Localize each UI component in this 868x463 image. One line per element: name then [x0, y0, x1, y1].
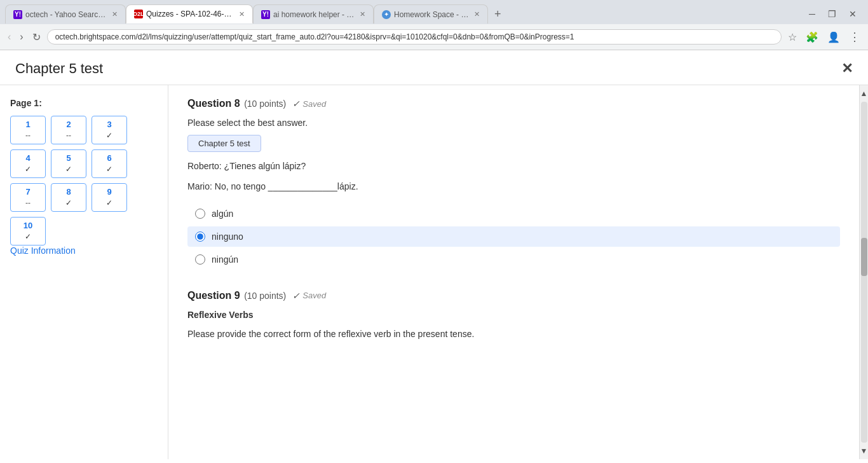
reload-button[interactable]: ↻ [30, 30, 43, 45]
tab-1-favicon: Y! [13, 10, 22, 19]
question-8-label-ningun: ningún [212, 254, 238, 265]
tab-3-favicon: Y! [261, 10, 270, 19]
tab-4[interactable]: ✦ Homework Space - StudyX ✕ [374, 4, 488, 24]
question-8-radio-ningun[interactable] [195, 254, 205, 265]
question-nav-1-status: -- [15, 130, 41, 141]
question-8-radio-algun[interactable] [195, 209, 205, 219]
question-nav-10[interactable]: 10 ✓ [10, 217, 46, 245]
browser-chrome: Y! octech - Yahoo Search Results ✕ D2L Q… [0, 0, 868, 50]
question-9-points: (10 points) [244, 291, 286, 301]
address-bar-row: ‹ › ↻ ☆ 🧩 👤 ⋮ [0, 24, 868, 50]
tab-2[interactable]: D2L Quizzes - SPA-102-46-2024FA2 ✕ [126, 4, 253, 24]
question-nav-8-number: 8 [55, 186, 82, 198]
maximize-button[interactable]: ❐ [824, 8, 840, 20]
question-nav-8-status: ✓ [55, 198, 82, 209]
question-8-header: Question 8 (10 points) ✓ Saved [187, 98, 840, 109]
quiz-header: Chapter 5 test ✕ [0, 50, 868, 85]
question-8-title: Question 8 (10 points) [187, 98, 286, 109]
new-tab-button[interactable]: + [491, 8, 505, 21]
close-window-button[interactable]: ✕ [845, 8, 860, 20]
question-nav-3-number: 3 [96, 119, 123, 130]
question-9-instruction: Reflexive Verbs [187, 308, 840, 322]
tab-1-close[interactable]: ✕ [112, 10, 118, 18]
window-controls: ─ ❐ ✕ [805, 8, 863, 20]
question-nav-8[interactable]: 8 ✓ [51, 183, 86, 212]
question-9-header: Question 9 (10 points) ✓ Saved [187, 290, 840, 301]
tab-2-label: Quizzes - SPA-102-46-2024FA2 [146, 10, 235, 18]
page-content: Chapter 5 test ✕ Page 1: 1 -- 2 -- 3 [0, 50, 868, 463]
question-8-dialog-2: Mario: No, no tengo ______________lápiz. [187, 179, 840, 195]
question-8-radio-ninguno[interactable] [195, 232, 205, 242]
quiz-body: Page 1: 1 -- 2 -- 3 ✓ 4 [0, 85, 868, 459]
question-nav-2[interactable]: 2 -- [51, 116, 86, 144]
question-9-saved-label: Saved [302, 291, 326, 300]
bookmark-icon[interactable]: ☆ [785, 30, 799, 45]
question-9-saved-check-icon: ✓ [292, 291, 300, 301]
scroll-up-arrow[interactable]: ▲ [859, 88, 868, 99]
question-9-title: Question 9 (10 points) [187, 290, 286, 301]
question-nav-7[interactable]: 7 -- [10, 183, 46, 212]
question-nav-1-number: 1 [15, 119, 41, 130]
question-nav-4-number: 4 [15, 153, 41, 164]
question-nav-6[interactable]: 6 ✓ [92, 149, 127, 178]
sidebar: Page 1: 1 -- 2 -- 3 ✓ 4 [0, 85, 168, 459]
question-8-option-ninguno[interactable]: ninguno [187, 226, 840, 247]
tab-2-close[interactable]: ✕ [239, 10, 245, 18]
question-8-block: Question 8 (10 points) ✓ Saved Please se… [187, 98, 840, 270]
menu-icon[interactable]: ⋮ [846, 29, 863, 45]
quiz-information-link[interactable]: Quiz Information [10, 245, 76, 256]
tab-4-label: Homework Space - StudyX [394, 10, 470, 19]
question-nav-9[interactable]: 9 ✓ [92, 183, 127, 212]
back-button[interactable]: ‹ [5, 30, 13, 44]
question-nav-5-number: 5 [55, 153, 82, 164]
question-nav-4-status: ✓ [15, 164, 41, 175]
scroll-indicator: ▲ ▼ [859, 85, 868, 459]
question-nav-2-status: -- [55, 130, 82, 141]
tooltip-overlay: Chapter 5 test [187, 135, 261, 152]
question-8-label-algun: algún [212, 209, 233, 219]
address-input[interactable] [47, 29, 782, 45]
tab-3-close[interactable]: ✕ [360, 10, 365, 18]
question-9-block: Question 9 (10 points) ✓ Saved Reflexive… [187, 290, 840, 342]
question-8-instruction: Please select the best answer. [187, 116, 840, 130]
tab-4-close[interactable]: ✕ [474, 10, 480, 18]
tab-1-label: octech - Yahoo Search Results [25, 10, 108, 19]
question-8-option-ningun[interactable]: ningún [187, 249, 840, 270]
question-nav-5[interactable]: 5 ✓ [51, 149, 86, 178]
question-8-saved-indicator: ✓ Saved [292, 99, 326, 109]
tab-3[interactable]: Y! ai homework helper - Yahoo Se... ✕ [253, 4, 374, 24]
tab-4-favicon: ✦ [382, 10, 391, 19]
question-grid: 1 -- 2 -- 3 ✓ 4 ✓ [10, 116, 158, 245]
question-nav-6-status: ✓ [96, 164, 123, 175]
profile-icon[interactable]: 👤 [825, 30, 843, 45]
extensions-icon[interactable]: 🧩 [803, 30, 821, 45]
question-nav-3[interactable]: 3 ✓ [92, 116, 127, 144]
tab-2-favicon: D2L [134, 10, 143, 18]
scroll-track [861, 102, 867, 443]
quiz-title: Chapter 5 test [15, 60, 103, 77]
question-8-points: (10 points) [244, 99, 286, 109]
question-8-option-algun[interactable]: algún [187, 204, 840, 224]
question-8-options: algún ninguno ningún [187, 204, 840, 270]
tab-1[interactable]: Y! octech - Yahoo Search Results ✕ [5, 4, 126, 24]
question-nav-7-number: 7 [15, 186, 41, 198]
question-nav-2-number: 2 [55, 119, 82, 130]
question-nav-9-number: 9 [96, 186, 123, 198]
question-9-subtext: Please provide the correct form of the r… [187, 327, 840, 341]
scroll-thumb [861, 238, 867, 276]
page-label: Page 1: [10, 98, 158, 108]
scroll-down-arrow[interactable]: ▼ [859, 445, 868, 457]
question-8-label-ninguno: ninguno [212, 232, 243, 242]
forward-button[interactable]: › [17, 30, 25, 44]
question-nav-6-number: 6 [96, 153, 123, 164]
question-8-dialog-1: Roberto: ¿Tienes algún lápiz? [187, 158, 840, 174]
question-nav-5-status: ✓ [55, 164, 82, 175]
question-nav-3-status: ✓ [96, 130, 123, 141]
minimize-button[interactable]: ─ [805, 8, 819, 20]
saved-check-icon: ✓ [292, 99, 300, 109]
question-9-saved-indicator: ✓ Saved [292, 291, 326, 301]
question-nav-1[interactable]: 1 -- [10, 116, 46, 144]
quiz-close-button[interactable]: ✕ [841, 60, 853, 77]
question-8-saved-label: Saved [302, 99, 326, 109]
question-nav-4[interactable]: 4 ✓ [10, 149, 46, 178]
